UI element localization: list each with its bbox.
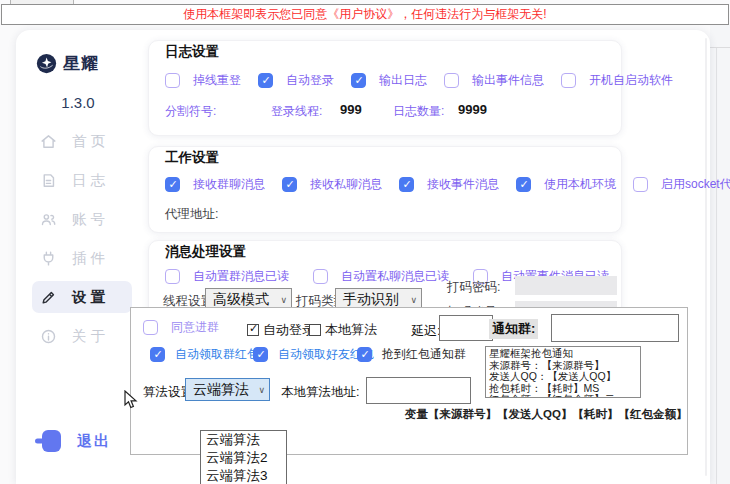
proxy-address-label: 代理地址: <box>165 206 218 223</box>
delay-label: 延迟: <box>411 322 441 340</box>
checkbox-label: 启用socket代理 <box>661 176 730 193</box>
sidebar-item[interactable]: 关于 <box>32 320 132 352</box>
checkbox-option[interactable]: 掉线重登 <box>165 72 241 89</box>
checkbox[interactable] <box>165 269 180 284</box>
screen: 使用本框架即表示您已同意《用户协议》，任何违法行为与框架无关! 星耀 1.3.0… <box>0 0 730 484</box>
checkbox-label: 接收事件消息 <box>427 176 499 193</box>
checkbox-option[interactable]: 输出事件信息 <box>444 72 544 89</box>
local-algo-label: 本地算法 <box>325 321 377 339</box>
delay-input[interactable] <box>439 315 493 341</box>
checkbox[interactable] <box>561 73 576 88</box>
login-thread-label: 登录线程: <box>271 103 322 120</box>
log-count-value[interactable]: 9999 <box>458 102 487 117</box>
checkbox[interactable] <box>247 324 259 336</box>
sidebar-menu: 首页 日志 账号 插件 设置 <box>16 118 146 359</box>
checkbox-option[interactable]: 自动置私聊消息已读 <box>313 268 449 285</box>
about-icon <box>40 328 57 345</box>
auto-grab-group-checkbox[interactable]: 自动领取群红包 <box>150 346 259 363</box>
notify-group-label: 通知群: <box>489 319 538 339</box>
scrollbar[interactable] <box>705 38 707 476</box>
checkbox-label: 掉线重登 <box>193 72 241 89</box>
checkbox-option[interactable]: 接收事件消息 <box>399 176 499 193</box>
home-icon <box>40 133 57 150</box>
grab-notify-group-checkbox[interactable]: 抢到红包通知群 <box>357 346 466 363</box>
captcha-password-input[interactable] <box>515 276 617 295</box>
sidebar-item-label: 首页 <box>72 132 109 151</box>
sidebar-item-label: 关于 <box>72 327 109 346</box>
checkbox[interactable] <box>253 347 268 362</box>
checkbox-option[interactable]: 自动登录 <box>258 72 334 89</box>
logo-icon <box>36 53 57 74</box>
checkbox-option[interactable]: 接收私聊消息 <box>282 176 382 193</box>
checkbox-label: 使用本机环境 <box>544 176 616 193</box>
checkbox[interactable] <box>516 177 531 192</box>
agree-join-label: 同意进群 <box>171 319 219 336</box>
settings-icon <box>40 289 57 306</box>
work-settings-checkboxes: 接收群聊消息 接收私聊消息 接收事件消息 使用本机环境 <box>165 176 730 193</box>
local-addr-label: 本地算法地址: <box>281 384 359 401</box>
notify-template-textarea[interactable] <box>485 346 641 398</box>
checkbox-option[interactable]: 开机自启动软件 <box>561 72 673 89</box>
checkbox-label: 自动登录 <box>286 72 334 89</box>
plugin-icon <box>40 250 57 267</box>
local-addr-input[interactable] <box>366 377 471 404</box>
background-window-edge-top <box>710 47 730 48</box>
sidebar-item[interactable]: 首页 <box>32 125 132 157</box>
checkbox[interactable] <box>399 177 414 192</box>
checkbox[interactable] <box>357 347 372 362</box>
checkbox[interactable] <box>165 73 180 88</box>
dropdown-option[interactable]: 云端算法3 <box>201 467 286 484</box>
checkbox[interactable] <box>633 177 648 192</box>
checkbox-option[interactable]: 使用本机环境 <box>516 176 616 193</box>
account-icon <box>40 211 57 228</box>
checkbox[interactable] <box>444 73 459 88</box>
checkbox-option[interactable]: 接收群聊消息 <box>165 176 265 193</box>
checkbox-option[interactable]: 输出日志 <box>351 72 427 89</box>
algo-select[interactable]: 云端算法 <box>185 378 270 401</box>
sidebar-item[interactable]: 设置 <box>32 281 132 313</box>
dropdown-option[interactable]: 云端算法2 <box>201 449 286 467</box>
sidebar-item[interactable]: 日志 <box>32 164 132 196</box>
exit-button[interactable]: 退出 <box>34 428 111 454</box>
checkbox[interactable] <box>143 320 158 335</box>
sidebar-item[interactable]: 账号 <box>32 203 132 235</box>
checkbox-label: 输出日志 <box>379 72 427 89</box>
checkbox-label: 自动领取群红包 <box>175 346 259 363</box>
auto-grab-friend-checkbox[interactable]: 自动领取好友红包 <box>253 346 374 363</box>
disclaimer-banner: 使用本框架即表示您已同意《用户协议》，任何违法行为与框架无关! <box>1 4 729 25</box>
sidebar-item-label: 账号 <box>72 210 109 229</box>
agree-join-checkbox[interactable]: 同意进群 <box>143 319 219 336</box>
checkbox[interactable] <box>282 177 297 192</box>
checkbox[interactable] <box>309 324 321 336</box>
checkbox[interactable] <box>150 347 165 362</box>
algo-options-dropdown: 云端算法 云端算法2 云端算法3 <box>200 430 287 484</box>
auto-login-checkbox[interactable]: 自动登录 <box>247 321 315 339</box>
dropdown-option[interactable]: 云端算法 <box>201 431 286 449</box>
variables-hint: 变量【来源群号】【发送人QQ】【耗时】【红包金额】 <box>405 407 687 422</box>
separator-label: 分割符号: <box>165 103 216 120</box>
notify-group-input[interactable] <box>551 314 679 342</box>
auto-login-label: 自动登录 <box>263 321 315 339</box>
log-settings-checkboxes: 掉线重登 自动登录 输出日志 输出事件信息 <box>165 72 673 89</box>
checkbox-option[interactable]: 自动置群消息已读 <box>165 268 289 285</box>
disclaimer-text: 使用本框架即表示您已同意《用户协议》，任何违法行为与框架无关! <box>183 7 546 21</box>
login-thread-value[interactable]: 999 <box>340 102 362 117</box>
work-settings-title: 工作设置 <box>165 149 219 167</box>
log-settings-panel: 日志设置 掉线重登 自动登录 输出日志 <box>148 40 622 136</box>
checkbox[interactable] <box>351 73 366 88</box>
checkbox-option[interactable]: 启用socket代理 <box>633 176 730 193</box>
checkbox[interactable] <box>165 177 180 192</box>
checkbox[interactable] <box>313 269 328 284</box>
log-count-label: 日志数量: <box>393 103 444 120</box>
logout-icon <box>34 428 62 454</box>
work-settings-panel: 工作设置 接收群聊消息 接收私聊消息 接收事件消息 <box>148 146 622 233</box>
sidebar-item-label: 插件 <box>72 249 109 268</box>
checkbox[interactable] <box>258 73 273 88</box>
checkbox-label: 抢到红包通知群 <box>382 346 466 363</box>
version-label: 1.3.0 <box>16 94 140 111</box>
sidebar-item[interactable]: 插件 <box>32 242 132 274</box>
checkbox-label: 自动置私聊消息已读 <box>341 268 449 285</box>
local-algo-checkbox[interactable]: 本地算法 <box>309 321 377 339</box>
sidebar-item-label: 日志 <box>72 171 109 190</box>
sidebar-item-label: 设置 <box>72 288 109 307</box>
